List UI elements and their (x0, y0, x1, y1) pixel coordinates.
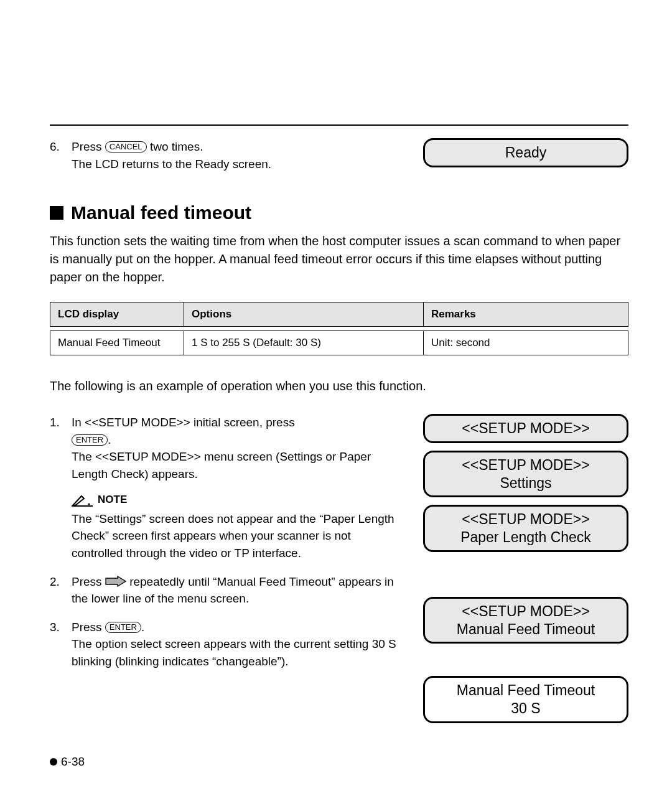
lcd-line: <<SETUP MODE>> (462, 511, 589, 527)
text: In <<SETUP MODE>> initial screen, press (72, 416, 295, 429)
lcd-line: <<SETUP MODE>> (462, 457, 589, 473)
th-lcd-display: LCD display (50, 302, 184, 327)
td-remarks: Unit: second (424, 331, 628, 355)
step-body: Press ENTER. The option select screen ap… (72, 619, 404, 670)
step-number: 1. (50, 414, 62, 561)
note-heading: NOTE (72, 492, 404, 508)
lcd-line: <<SETUP MODE>> (462, 603, 589, 619)
step-6: 6. Press CANCEL two times. The LCD retur… (50, 138, 404, 172)
footer-bullet-icon (50, 758, 57, 766)
page-footer: 6-38 (50, 755, 85, 769)
lcd-ready: Ready (423, 138, 628, 167)
td-lcd-display: Manual Feed Timeout (50, 331, 184, 355)
lcd-line: Settings (500, 475, 551, 491)
lcd-line: Paper Length Check (460, 529, 591, 545)
step-2: 2. Press repeatedly until “Manual Feed T… (50, 573, 404, 607)
step-number: 3. (50, 619, 62, 670)
lcd-setup-settings: <<SETUP MODE>> Settings (423, 451, 628, 498)
step-body: Press CANCEL two times. The LCD returns … (72, 138, 404, 172)
lcd-line: Manual Feed Timeout (457, 621, 595, 637)
section-bullet-icon (50, 206, 63, 220)
step-number: 6. (50, 138, 62, 172)
lcd-manual-feed-value: Manual Feed Timeout 30 S (423, 676, 628, 723)
lcd-setup-paper-length: <<SETUP MODE>> Paper Length Check (423, 505, 628, 552)
step-1: 1. In <<SETUP MODE>> initial screen, pre… (50, 414, 404, 561)
lcd-line: <<SETUP MODE>> (462, 420, 589, 436)
note-text: The “Settings” screen does not appear an… (72, 510, 404, 562)
example-intro: The following is an example of operation… (50, 377, 628, 395)
step-number: 2. (50, 573, 62, 607)
section-intro: This function sets the waiting time from… (50, 232, 628, 286)
step6-row: 6. Press CANCEL two times. The LCD retur… (50, 138, 628, 184)
text: . (108, 433, 111, 446)
step-body: Press repeatedly until “Manual Feed Time… (72, 573, 404, 607)
options-table: LCD display Options Remarks Manual Feed … (50, 302, 628, 355)
table-header-row: LCD display Options Remarks (50, 302, 628, 327)
cancel-button-icon: CANCEL (105, 141, 147, 152)
enter-button-icon: ENTER (105, 622, 141, 633)
page-number: 6-38 (61, 755, 85, 769)
table-row: Manual Feed Timeout 1 S to 255 S (Defaul… (50, 331, 628, 355)
th-options: Options (184, 302, 424, 327)
note-icon (72, 494, 93, 507)
td-options: 1 S to 255 S (Default: 30 S) (184, 331, 424, 355)
enter-button-icon: ENTER (72, 434, 108, 446)
step-body: In <<SETUP MODE>> initial screen, press … (72, 414, 404, 561)
text: The option select screen appears with th… (72, 637, 396, 668)
text: . (141, 621, 144, 634)
lcd-setup-mode: <<SETUP MODE>> (423, 414, 628, 443)
lcd-line: Ready (505, 144, 546, 161)
th-remarks: Remarks (424, 302, 628, 327)
steps-block: 1. In <<SETUP MODE>> initial screen, pre… (50, 414, 628, 731)
lcd-setup-manual-feed: <<SETUP MODE>> Manual Feed Timeout (423, 597, 628, 644)
table-spacer (50, 327, 628, 331)
text: Press (72, 575, 105, 588)
section-heading: Manual feed timeout (50, 202, 628, 223)
text: Press (72, 621, 105, 634)
lcd-line: Manual Feed Timeout (457, 682, 595, 698)
text: two times. (147, 140, 203, 153)
lcd-line: 30 S (511, 700, 540, 716)
text: The LCD returns to the Ready screen. (72, 157, 271, 171)
svg-point-1 (88, 503, 90, 505)
text: Press (72, 140, 102, 153)
top-rule (50, 124, 628, 126)
section-title-text: Manual feed timeout (71, 202, 251, 223)
text: The <<SETUP MODE>> menu screen (Settings… (72, 450, 371, 480)
next-arrow-icon (105, 576, 126, 587)
step-3: 3. Press ENTER. The option select screen… (50, 619, 404, 670)
note-label: NOTE (98, 492, 127, 508)
